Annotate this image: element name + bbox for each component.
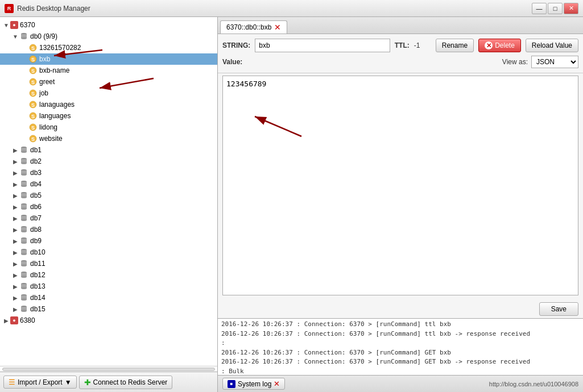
tree-arrow: ▶ xyxy=(11,214,19,222)
import-icon: ☰ xyxy=(9,378,15,386)
key-row: STRING: TTL: -1 Rename ✕ Delete Reload V… xyxy=(222,39,578,52)
tree-item-label: bxb-name xyxy=(39,66,69,74)
tree-arrow: ▶ xyxy=(2,316,10,324)
value-area xyxy=(222,76,578,295)
tree-arrow: ▶ xyxy=(11,180,19,188)
svg-point-56 xyxy=(21,276,27,278)
tree-hscrollbar[interactable] xyxy=(2,368,215,371)
tree-item-db3[interactable]: ▶db3 xyxy=(0,167,217,178)
delete-button[interactable]: ✕ Delete xyxy=(478,39,521,52)
svg-point-62 xyxy=(21,298,27,301)
svg-point-65 xyxy=(21,310,27,312)
tree-item-label: lidong xyxy=(39,123,57,131)
tree-item-db15[interactable]: ▶db15 xyxy=(0,303,217,315)
log-line: 2016-12-26 10:26:37 : Connection: 6370 >… xyxy=(221,330,580,339)
tree-item-db2[interactable]: ▶db2 xyxy=(0,156,217,167)
tree-item-key-greet[interactable]: Sgreet xyxy=(0,76,217,87)
db-icon xyxy=(19,32,28,41)
svg-text:S: S xyxy=(31,45,35,51)
svg-point-26 xyxy=(21,162,27,164)
value-header-row: Value: View as: JSONPlain TextHEX xyxy=(222,56,578,68)
string-key-icon: S xyxy=(28,43,38,52)
db-icon xyxy=(19,236,28,245)
tree-item-label: db7 xyxy=(30,214,42,222)
content-area: ▼●6370▼db0 (9/9)S13261570282SbxbSbxb-nam… xyxy=(0,17,583,392)
tree-arrow: ▼ xyxy=(11,32,19,40)
maximize-button[interactable]: □ xyxy=(548,3,563,14)
tree-item-db0[interactable]: ▼db0 (9/9) xyxy=(0,31,217,42)
system-log-tab[interactable]: ■ System log ✕ xyxy=(222,378,285,390)
svg-point-32 xyxy=(21,185,27,187)
ttl-value: -1 xyxy=(414,41,431,49)
tree-item-label: db8 xyxy=(30,226,42,233)
tree-arrow: ▶ xyxy=(11,157,19,165)
reload-value-button[interactable]: Reload Value xyxy=(526,39,578,52)
tree-item-db11[interactable]: ▶db11 xyxy=(0,258,217,269)
tree-item-key-bxb[interactable]: Sbxb xyxy=(0,53,217,65)
tree-arrow xyxy=(20,78,28,86)
minimize-button[interactable]: — xyxy=(532,3,547,14)
tree-item-db13[interactable]: ▶db13 xyxy=(0,281,217,292)
string-key-icon: S xyxy=(28,123,38,132)
close-button[interactable]: ✕ xyxy=(564,3,578,14)
tree-item-db4[interactable]: ▶db4 xyxy=(0,178,217,190)
tree-item-db14[interactable]: ▶db14 xyxy=(0,292,217,303)
tree-arrow xyxy=(20,89,28,97)
view-as-select[interactable]: JSONPlain TextHEX xyxy=(531,56,578,68)
status-url: http://blog.csdn.net/u010046908 xyxy=(489,381,578,387)
rename-button[interactable]: Rename xyxy=(436,39,474,52)
tab-label: 6370::db0::bxb xyxy=(226,23,271,31)
tree-arrow xyxy=(20,66,28,74)
tab-close-button[interactable]: ✕ xyxy=(274,23,281,32)
svg-point-2 xyxy=(21,37,27,39)
import-export-button[interactable]: ☰ Import / Export ▼ xyxy=(3,376,77,389)
tree-item-key-lanaguages[interactable]: Slanaguages xyxy=(0,99,217,110)
tree-arrow: ▶ xyxy=(11,237,19,245)
tree-arrow xyxy=(20,55,28,63)
tree-item-label: db6 xyxy=(30,203,42,211)
system-log-close[interactable]: ✕ xyxy=(274,380,280,388)
system-log-icon: ■ xyxy=(228,380,235,388)
db-icon xyxy=(19,248,28,257)
tree-item-label: db5 xyxy=(30,191,42,199)
tree-item-db12[interactable]: ▶db12 xyxy=(0,269,217,281)
tree-item-key-website[interactable]: Swebsite xyxy=(0,133,217,144)
tree-arrow: ▶ xyxy=(11,294,19,302)
tree-arrow: ▶ xyxy=(11,226,19,233)
log-line: : Bulk xyxy=(221,367,580,376)
db-icon xyxy=(19,168,28,177)
value-textarea[interactable] xyxy=(223,76,578,295)
tree-item-key-languages[interactable]: Slanguages xyxy=(0,110,217,122)
tree-item-key-lidong[interactable]: Slidong xyxy=(0,122,217,133)
key-name-input[interactable] xyxy=(255,39,390,52)
tree-container[interactable]: ▼●6370▼db0 (9/9)S13261570282SbxbSbxb-nam… xyxy=(0,17,217,366)
tree-item-server-6370[interactable]: ▼●6370 xyxy=(0,19,217,31)
tree-item-db9[interactable]: ▶db9 xyxy=(0,235,217,247)
title-bar-controls: — □ ✕ xyxy=(532,3,578,14)
string-key-icon: S xyxy=(28,100,38,109)
log-line: 2016-12-26 10:26:37 : Connection: 6370 >… xyxy=(221,320,580,330)
key-tab[interactable]: 6370::db0::bxb ✕ xyxy=(220,20,287,34)
connect-redis-button[interactable]: ✚ Connect to Redis Server xyxy=(79,376,173,389)
tree-item-db1[interactable]: ▶db1 xyxy=(0,144,217,156)
svg-text:S: S xyxy=(31,114,35,119)
tree-item-db7[interactable]: ▶db7 xyxy=(0,212,217,224)
svg-point-41 xyxy=(21,219,27,221)
svg-text:S: S xyxy=(31,102,35,108)
tree-arrow xyxy=(20,123,28,131)
svg-text:S: S xyxy=(31,57,35,62)
tree-item-db6[interactable]: ▶db6 xyxy=(0,201,217,212)
db-icon xyxy=(19,293,28,302)
string-key-icon: S xyxy=(28,111,38,120)
bottom-bar: ■ System log ✕ http://blog.csdn.net/u010… xyxy=(218,375,583,392)
tree-item-key-13261570282[interactable]: S13261570282 xyxy=(0,42,217,53)
tree-arrow: ▶ xyxy=(11,305,19,313)
tree-item-db10[interactable]: ▶db10 xyxy=(0,247,217,258)
db-icon xyxy=(19,202,28,211)
save-button[interactable]: Save xyxy=(539,302,578,316)
tree-item-server-6380[interactable]: ▶●6380 xyxy=(0,315,217,326)
tree-item-key-job[interactable]: Sjob xyxy=(0,87,217,99)
tree-item-key-bxb-name[interactable]: Sbxb-name xyxy=(0,65,217,76)
tree-item-db5[interactable]: ▶db5 xyxy=(0,190,217,201)
tree-item-db8[interactable]: ▶db8 xyxy=(0,224,217,235)
